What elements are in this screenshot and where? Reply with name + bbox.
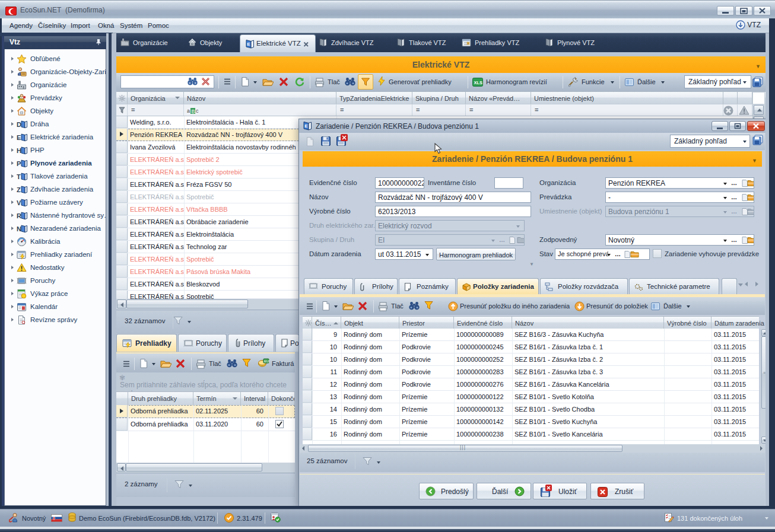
svg-text:D: D — [17, 121, 21, 128]
svg-text:E: E — [304, 123, 308, 129]
svg-text:B: B — [192, 109, 195, 114]
svg-text:a: a — [187, 108, 190, 114]
svg-text:c: c — [196, 108, 199, 114]
svg-text:T: T — [17, 173, 21, 180]
svg-text:XLS: XLS — [474, 80, 483, 85]
svg-text:N: N — [17, 225, 21, 232]
svg-text:R: R — [17, 212, 21, 219]
svg-text:Z: Z — [17, 186, 21, 193]
svg-text:EUR: EUR — [264, 359, 269, 363]
svg-text:V: V — [17, 199, 21, 206]
svg-text:P: P — [17, 160, 21, 167]
svg-text:E: E — [17, 134, 21, 141]
svg-text:H: H — [17, 147, 21, 154]
svg-text:E: E — [247, 42, 250, 47]
